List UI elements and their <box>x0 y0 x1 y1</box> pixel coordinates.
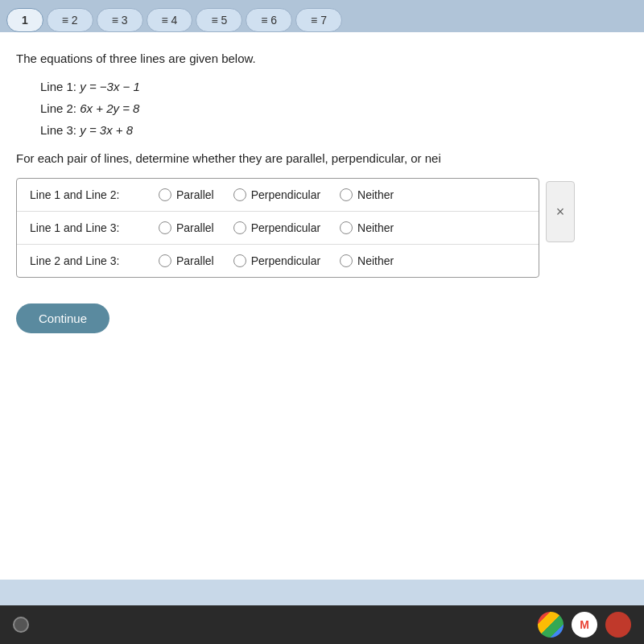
row1-perpendicular-option[interactable]: Perpendicular <box>233 188 320 201</box>
row3-radio-group: Parallel Perpendicular Neither <box>159 254 526 267</box>
row3-parallel-option[interactable]: Parallel <box>159 254 214 267</box>
row1-perpendicular-radio[interactable] <box>233 188 246 201</box>
row3-perpendicular-option[interactable]: Perpendicular <box>233 254 320 267</box>
table-row: Line 1 and Line 3: Parallel Perpendicula… <box>17 212 539 245</box>
tab-4[interactable]: ≡ 4 <box>147 8 193 32</box>
gmail-icon[interactable]: M <box>572 612 597 638</box>
continue-button[interactable]: Continue <box>16 303 109 333</box>
taskbar: M <box>0 605 644 644</box>
row1-label: Line 1 and Line 2: <box>30 188 159 201</box>
table-row: Line 1 and Line 2: Parallel Perpendicula… <box>17 179 539 212</box>
taskbar-left <box>13 617 29 633</box>
row3-label: Line 2 and Line 3: <box>30 254 159 267</box>
tab-5[interactable]: ≡ 5 <box>196 8 242 32</box>
row1-parallel-radio[interactable] <box>159 188 171 201</box>
row2-label: Line 1 and Line 3: <box>30 221 159 234</box>
row2-radio-group: Parallel Perpendicular Neither <box>159 221 526 234</box>
tab-6[interactable]: ≡ 6 <box>246 8 292 32</box>
tab-7[interactable]: ≡ 7 <box>295 8 342 32</box>
taskbar-right: M <box>538 612 631 638</box>
line2-equation: Line 2: 6x + 2y = 8 <box>40 101 628 115</box>
row2-perpendicular-option[interactable]: Perpendicular <box>233 221 320 234</box>
row2-neither-option[interactable]: Neither <box>340 221 394 234</box>
row2-parallel-option[interactable]: Parallel <box>159 221 214 234</box>
app-icon[interactable] <box>605 612 631 638</box>
row1-neither-option[interactable]: Neither <box>340 188 394 201</box>
intro-text: The equations of three lines are given b… <box>16 52 628 65</box>
tab-bar: 1 ≡ 2 ≡ 3 ≡ 4 ≡ 5 ≡ 6 ≡ 7 <box>0 0 644 32</box>
row2-parallel-radio[interactable] <box>159 221 171 234</box>
chrome-icon[interactable] <box>538 612 564 638</box>
lines-block: Line 1: y = −3x − 1 Line 2: 6x + 2y = 8 … <box>40 80 628 137</box>
row1-radio-group: Parallel Perpendicular Neither <box>159 188 526 201</box>
row3-neither-option[interactable]: Neither <box>340 254 394 267</box>
row3-perpendicular-radio[interactable] <box>233 254 246 267</box>
line1-equation: Line 1: y = −3x − 1 <box>40 80 628 93</box>
close-icon: × <box>556 204 565 221</box>
tab-1[interactable]: 1 <box>6 8 43 32</box>
row3-parallel-radio[interactable] <box>159 254 171 267</box>
main-content: The equations of three lines are given b… <box>0 32 644 580</box>
answer-table: Line 1 and Line 2: Parallel Perpendicula… <box>16 178 539 278</box>
tab-2[interactable]: ≡ 2 <box>47 8 93 32</box>
close-button[interactable]: × <box>546 181 575 242</box>
instruction-text: For each pair of lines, determine whethe… <box>16 151 628 165</box>
row3-neither-radio[interactable] <box>340 254 353 267</box>
table-row: Line 2 and Line 3: Parallel Perpendicula… <box>17 245 539 277</box>
row1-parallel-option[interactable]: Parallel <box>159 188 214 201</box>
row2-perpendicular-radio[interactable] <box>233 221 246 234</box>
answer-table-container: Line 1 and Line 2: Parallel Perpendicula… <box>16 178 628 278</box>
taskbar-dot <box>13 617 29 633</box>
tab-3[interactable]: ≡ 3 <box>97 8 143 32</box>
row2-neither-radio[interactable] <box>340 221 353 234</box>
line3-equation: Line 3: y = 3x + 8 <box>40 123 628 137</box>
x-button-container: × <box>546 178 575 278</box>
row1-neither-radio[interactable] <box>340 188 353 201</box>
